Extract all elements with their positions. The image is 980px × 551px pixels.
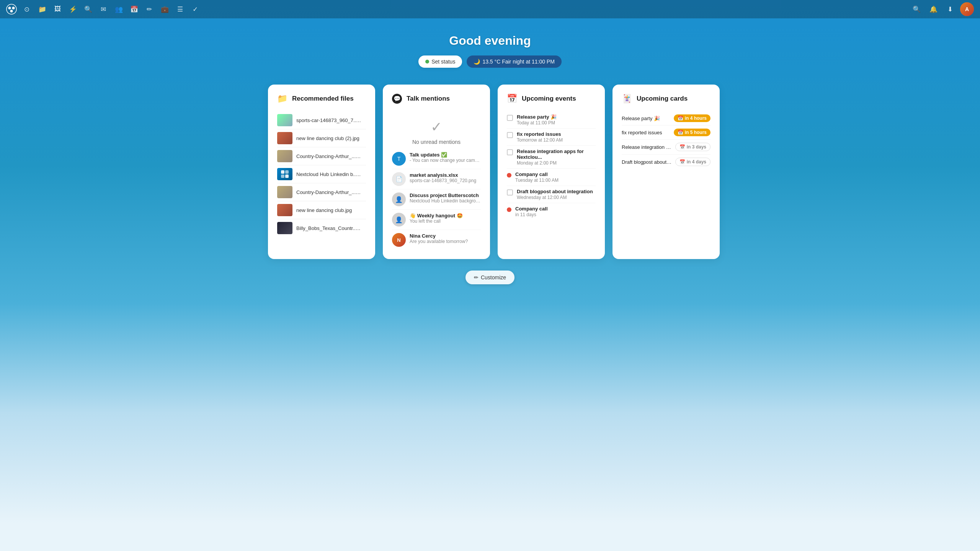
file-item[interactable]: sports-car-146873_960_7... .png [277, 111, 366, 129]
user-avatar[interactable]: A [960, 2, 974, 16]
recommended-files-title: Recommended files [292, 95, 354, 103]
upcoming-name: Release party 🎉 [622, 116, 671, 121]
calendar-icon[interactable]: 📅 [127, 2, 141, 16]
files-icon[interactable]: 📁 [35, 2, 49, 16]
calendar-small-icon: 📅 [679, 144, 685, 150]
search-top-icon[interactable]: 🔍 [910, 2, 923, 16]
event-title: Release party 🎉 [517, 114, 557, 120]
events-list: Release party 🎉 Today at 11:00 PM fix re… [507, 111, 596, 220]
circle-icon[interactable]: ⊙ [20, 2, 34, 16]
event-dot [507, 173, 511, 178]
upcoming-list: Release party 🎉 📅 in 4 hours fix reporte… [622, 111, 710, 169]
mention-item[interactable]: N Nina Cercy Are you available tomorrow? [392, 230, 481, 250]
folder-icon: 📁 [277, 94, 287, 104]
event-checkbox[interactable] [507, 115, 513, 121]
weather-button[interactable]: 🌙 13.5 °C Fair night at 11:00 PM [467, 55, 561, 68]
event-time: Monday at 2:00 PM [517, 160, 596, 166]
event-title: Release integration apps for Nextclou... [517, 148, 596, 160]
mention-avatar: 👤 [392, 213, 406, 227]
mention-content: market analysis.xlsx sports-car-146873_9… [410, 172, 481, 183]
contacts-icon[interactable]: 👥 [112, 2, 126, 16]
file-name: Nextcloud Hub Linkedin b... .png [296, 171, 361, 177]
card-header-events: 📅 Upcoming events [507, 94, 596, 104]
mail-icon[interactable]: ✉ [96, 2, 110, 16]
mention-item[interactable]: 📄 market analysis.xlsx sports-car-146873… [392, 169, 481, 189]
file-item[interactable]: Country-Dancing-Arthur_... .jpg [277, 183, 366, 201]
app-logo[interactable] [6, 4, 17, 15]
mention-item[interactable]: 👤 Discuss project Butterscotch Nextcloud… [392, 189, 481, 210]
mention-name: market analysis.xlsx [410, 172, 481, 178]
upcoming-item[interactable]: Release party 🎉 📅 in 4 hours [622, 111, 710, 126]
mention-name: Talk updates ✅ [410, 152, 481, 158]
set-status-button[interactable]: Set status [418, 55, 462, 68]
photos-icon[interactable]: 🖼 [51, 2, 64, 16]
event-item[interactable]: Draft blogpost about integration Wednesd… [507, 186, 596, 203]
upcoming-item[interactable]: fix reported issues 📅 in 5 hours [622, 126, 710, 140]
main-content: Good evening Set status 🌙 13.5 °C Fair n… [0, 0, 980, 551]
event-checkbox[interactable] [507, 149, 513, 155]
greeting-title: Good evening [418, 34, 562, 48]
file-name: new line dancing club.jpg [296, 207, 352, 213]
event-title: fix reported issues [517, 131, 563, 137]
file-name: Billy_Bobs_Texas_Countr... .jpg [296, 225, 361, 231]
card-header-upcoming: 🃏 Upcoming cards [622, 94, 710, 104]
file-item[interactable]: Billy_Bobs_Texas_Countr... .jpg [277, 219, 366, 237]
mention-avatar: 👤 [392, 192, 406, 206]
event-details: Release party 🎉 Today at 11:00 PM [517, 114, 557, 126]
talk-icon: 💬 [392, 94, 402, 104]
mention-name: Discuss project Butterscotch [410, 192, 481, 198]
event-item[interactable]: Company call in 11 days [507, 203, 596, 220]
notifications-icon[interactable]: 🔔 [926, 2, 940, 16]
event-time: Wednesday at 12:00 AM [517, 195, 593, 200]
file-name: Country-Dancing-Arthur_... .jpg [296, 153, 361, 159]
event-details: Release integration apps for Nextclou...… [517, 148, 596, 166]
calendar-icon: 📅 [507, 94, 517, 104]
mention-list: T Talk updates ✅ - You can now change yo… [392, 149, 481, 250]
event-item[interactable]: Release party 🎉 Today at 11:00 PM [507, 111, 596, 129]
menu-icon[interactable]: ☰ [173, 2, 187, 16]
mention-avatar: 📄 [392, 172, 406, 186]
notes-icon[interactable]: ✏ [142, 2, 156, 16]
event-checkbox[interactable] [507, 189, 513, 196]
file-item[interactable]: new line dancing club.jpg [277, 201, 366, 219]
event-item[interactable]: Release integration apps for Nextclou...… [507, 146, 596, 169]
mention-text: Nextcloud Hub Linkedin backgrou... [410, 198, 481, 204]
customize-button[interactable]: ✏ Customize [466, 271, 514, 284]
event-item[interactable]: fix reported issues Tomorrow at 12:00 AM [507, 129, 596, 146]
upcoming-badge: 📅 in 5 hours [674, 129, 710, 136]
mention-content: Discuss project Butterscotch Nextcloud H… [410, 192, 481, 204]
event-time: Tomorrow at 12:00 AM [517, 137, 563, 143]
file-name: sports-car-146873_960_7... .png [296, 117, 361, 123]
file-item[interactable]: new line dancing club (2).jpg [277, 129, 366, 147]
customize-icon: ✏ [474, 274, 479, 280]
checkmark-icon: ✓ [431, 119, 442, 135]
mention-content: Talk updates ✅ - You can now change your… [410, 152, 481, 163]
recommended-files-card: 📁 Recommended files sports-car-146873_96… [268, 85, 375, 259]
upcoming-badge: 📅 in 4 hours [674, 114, 710, 122]
talk-mentions-card: 💬 Talk mentions ✓ No unread mentions T T… [383, 85, 490, 259]
calendar-small-icon: 📅 [679, 159, 685, 165]
event-details: Company call Tuesday at 11:00 AM [515, 171, 559, 183]
upcoming-item[interactable]: Release integration apps for... 📅 in 3 d… [622, 140, 710, 155]
talk-mentions-title: Talk mentions [407, 95, 450, 103]
file-item[interactable]: Country-Dancing-Arthur_... .jpg [277, 147, 366, 165]
briefcase-icon[interactable]: 💼 [158, 2, 172, 16]
tasks-icon[interactable]: ✓ [188, 2, 202, 16]
file-item[interactable]: Nextcloud Hub Linkedin b... .png [277, 165, 366, 183]
upcoming-item[interactable]: Draft blogpost about integra... 📅 in 4 d… [622, 155, 710, 169]
svg-rect-6 [281, 174, 284, 178]
event-item[interactable]: Company call Tuesday at 11:00 AM [507, 169, 596, 186]
mention-content: Nina Cercy Are you available tomorrow? [410, 233, 481, 244]
event-time: in 11 days [515, 212, 548, 217]
downloads-icon[interactable]: ⬇ [943, 2, 957, 16]
mention-item[interactable]: 👤 👋 Weekly hangout 🤩 You left the call [392, 210, 481, 230]
search-icon[interactable]: 🔍 [81, 2, 95, 16]
mention-avatar: T [392, 152, 406, 166]
upcoming-events-title: Upcoming events [522, 95, 576, 103]
activity-icon[interactable]: ⚡ [66, 2, 80, 16]
mention-content: 👋 Weekly hangout 🤩 You left the call [410, 213, 481, 224]
event-checkbox[interactable] [507, 132, 513, 138]
svg-rect-5 [285, 170, 289, 174]
mention-item[interactable]: T Talk updates ✅ - You can now change yo… [392, 149, 481, 169]
no-mentions-text: No unread mentions [412, 139, 461, 145]
